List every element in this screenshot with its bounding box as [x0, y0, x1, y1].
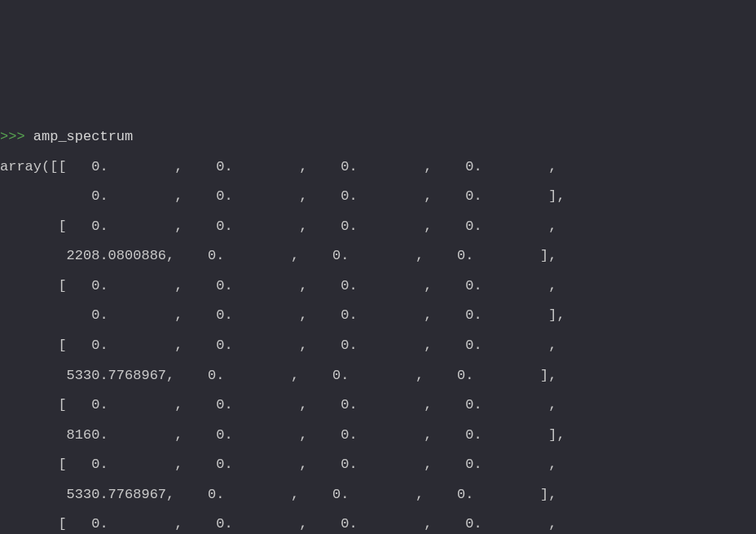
output-line: [ 0. , 0. , 0. , 0. ,: [0, 457, 557, 472]
output-line: 8160. , 0. , 0. , 0. ],: [0, 427, 565, 443]
output-line: [ 0. , 0. , 0. , 0. ,: [0, 278, 557, 293]
command-input[interactable]: amp_spectrum: [33, 129, 133, 144]
output-line: 5330.7768967, 0. , 0. , 0. ],: [0, 368, 557, 383]
output-line: [ 0. , 0. , 0. , 0. ,: [0, 397, 557, 413]
output-line: 0. , 0. , 0. , 0. ],: [0, 307, 565, 323]
output-line: array([[ 0. , 0. , 0. , 0. ,: [0, 159, 557, 174]
output-line: [ 0. , 0. , 0. , 0. ,: [0, 218, 557, 234]
output-line: 0. , 0. , 0. , 0. ],: [0, 188, 565, 204]
terminal-output: >>> amp_spectrum array([[ 0. , 0. , 0. ,…: [0, 122, 756, 534]
output-line: 5330.7768967, 0. , 0. , 0. ],: [0, 487, 557, 502]
output-line: [ 0. , 0. , 0. , 0. ,: [0, 516, 557, 532]
prompt-marker: >>>: [0, 129, 33, 144]
output-line: 2208.0800886, 0. , 0. , 0. ],: [0, 248, 557, 263]
output-line: [ 0. , 0. , 0. , 0. ,: [0, 338, 557, 353]
